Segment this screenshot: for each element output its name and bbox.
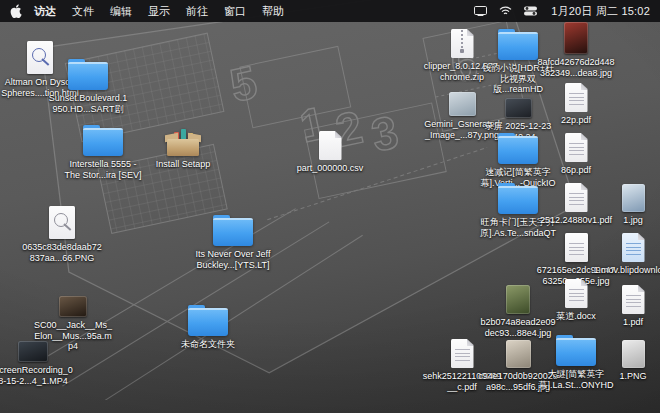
document-icon xyxy=(622,278,645,314)
blue-folder-icon xyxy=(83,120,123,156)
download-file-icon xyxy=(622,226,645,262)
file-name-label: 8afcd42676d2d448382349...dea8.jpg xyxy=(536,57,616,78)
desktop-icon-sunset-folder[interactable]: Sunset.Boulevard.1950.HD...SART剧 xyxy=(48,54,128,114)
wifi-icon[interactable] xyxy=(493,6,518,16)
blue-folder-icon xyxy=(498,178,538,214)
image-preview-icon xyxy=(49,203,75,239)
file-name-label: Install Setapp xyxy=(156,159,211,170)
blue-folder-icon xyxy=(213,210,253,246)
menu-items-group: 文件编辑显示前往窗口帮助 xyxy=(64,4,292,19)
document-icon xyxy=(451,332,474,368)
menu-item-window[interactable]: 窗口 xyxy=(216,4,254,19)
desktop-icon-install-setapp[interactable]: Install Setapp xyxy=(143,120,223,170)
image-thumbnail-icon xyxy=(565,226,588,262)
video-thumbnail-icon xyxy=(59,281,87,317)
menu-item-edit[interactable]: 编辑 xyxy=(102,4,140,19)
file-name-label: part_000000.csv xyxy=(297,163,364,174)
document-icon xyxy=(565,176,588,212)
blue-folder-icon xyxy=(188,300,228,336)
menu-clock[interactable]: 1月20日 周二 15:02 xyxy=(543,4,650,19)
menu-item-finder[interactable]: 访达 xyxy=(26,4,64,19)
control-center-icon[interactable] xyxy=(518,6,543,16)
video-thumbnail-icon xyxy=(18,326,48,362)
image-thumbnail-icon xyxy=(506,332,531,368)
file-name-label: 1.pdf xyxy=(623,317,643,328)
desktop-icon-pdf-22p[interactable]: 22p.pdf xyxy=(536,76,616,126)
document-icon xyxy=(565,76,588,112)
menu-item-view[interactable]: 显示 xyxy=(140,4,178,19)
file-name-label: 22p.pdf xyxy=(561,115,591,126)
desktop-icon-untitled-folder[interactable]: 未命名文件夹 xyxy=(168,300,248,350)
file-name-label: 86p.pdf xyxy=(561,165,591,176)
file-name-label: Interstella 5555 - The Stor...ira [SEV] xyxy=(63,159,143,180)
menu-bar-left: 访达 文件编辑显示前往窗口帮助 xyxy=(10,4,292,19)
package-box-icon xyxy=(166,120,200,156)
desktop-icon-part-csv[interactable]: part_000000.csv xyxy=(290,124,370,174)
document-icon xyxy=(565,126,588,162)
file-name-label: Sunset.Boulevard.1950.HD...SART剧 xyxy=(48,93,128,114)
document-icon xyxy=(319,124,342,160)
blue-folder-icon xyxy=(498,24,538,60)
apple-menu-icon[interactable] xyxy=(10,4,22,18)
file-name-label: 1.jpg xyxy=(623,215,643,226)
desktop-icon-jpg-1[interactable]: 1.jpg xyxy=(593,176,660,226)
blue-folder-icon xyxy=(68,54,108,90)
screen-mirroring-icon[interactable] xyxy=(468,6,493,16)
menu-item-go[interactable]: 前往 xyxy=(178,4,216,19)
zip-archive-icon xyxy=(451,22,474,58)
menu-bar: 访达 文件编辑显示前往窗口帮助 xyxy=(0,0,660,22)
file-name-label: ScreenRecording_08-15-2...4_1.MP4 xyxy=(0,365,73,386)
file-name-label: 1.PNG xyxy=(619,371,646,382)
image-thumbnail-icon xyxy=(506,278,530,314)
file-name-label: 菜道.docx xyxy=(556,311,596,322)
file-name-label: 未命名文件夹 xyxy=(181,339,235,350)
menu-item-help[interactable]: 帮助 xyxy=(254,4,292,19)
menu-item-file[interactable]: 文件 xyxy=(64,4,102,19)
blue-folder-icon xyxy=(556,330,596,366)
desktop-icons-layer: Altman On Dyson Spheres....tion.htmlSuns… xyxy=(0,0,660,413)
menu-bar-status: 1月20日 周二 15:02 xyxy=(468,4,650,19)
image-thumbnail-icon xyxy=(449,80,476,116)
macos-desktop: 5 1 2 3 6 访达 文件编辑显示前往窗口帮助 xyxy=(0,0,660,413)
desktop-icon-pdf-1[interactable]: 1.pdf xyxy=(593,278,660,328)
file-name-label: 0635c83de8daab72837aa...66.PNG xyxy=(22,242,102,263)
desktop-icon-jeff-folder[interactable]: Its Never Over Jeff Buckley...[YTS.LT] xyxy=(193,210,273,270)
image-thumbnail-icon xyxy=(564,18,588,54)
desktop-icon-screenrecording-mp4[interactable]: ScreenRecording_08-15-2...4_1.MP4 xyxy=(0,326,73,386)
desktop-icon-pdf-86p[interactable]: 86p.pdf xyxy=(536,126,616,176)
desktop-icon-png-1[interactable]: 1.PNG xyxy=(593,332,660,382)
blue-folder-icon xyxy=(498,128,538,164)
document-icon xyxy=(565,272,588,308)
desktop-icon-mov-blip[interactable]: 1.mov.blipdownload xyxy=(593,226,660,276)
desktop-icon-jpg-8afcd[interactable]: 8afcd42676d2d448382349...dea8.jpg xyxy=(536,18,616,78)
desktop-icon-png-0635[interactable]: 0635c83de8daab72837aa...66.PNG xyxy=(22,203,102,263)
desktop-icon-interstella-folder[interactable]: Interstella 5555 - The Stor...ira [SEV] xyxy=(63,120,143,180)
video-thumbnail-icon xyxy=(505,82,532,118)
file-name-label: Its Never Over Jeff Buckley...[YTS.LT] xyxy=(193,249,273,270)
image-thumbnail-icon xyxy=(622,332,645,368)
image-thumbnail-icon xyxy=(622,176,645,212)
